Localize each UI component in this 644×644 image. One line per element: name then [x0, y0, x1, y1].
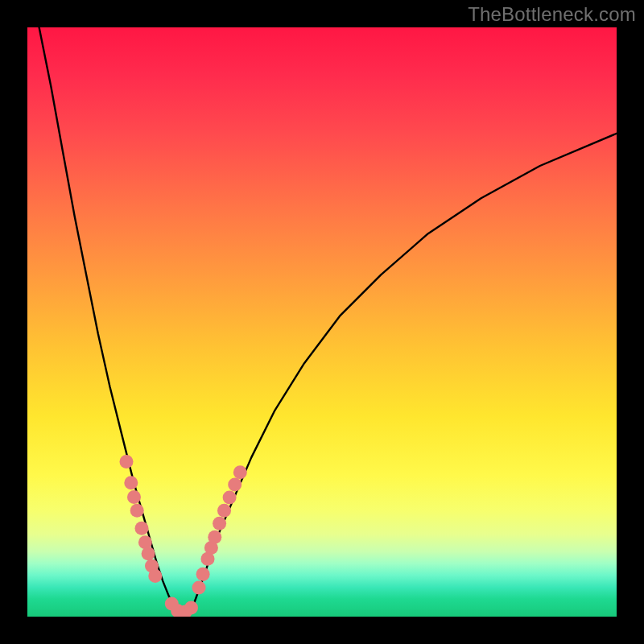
- plot-area: [27, 27, 617, 617]
- highlight-dot: [184, 601, 198, 615]
- watermark-text: TheBottleneck.com: [468, 3, 636, 26]
- highlight-dot: [213, 517, 226, 530]
- v-curve-path: [39, 27, 617, 613]
- highlight-dot: [233, 465, 247, 479]
- highlight-dot: [120, 455, 134, 469]
- curve-group: [39, 27, 617, 613]
- highlight-dot: [127, 490, 141, 504]
- curve-overlay: [27, 27, 617, 617]
- highlight-dot: [217, 504, 231, 518]
- highlight-dot: [124, 476, 138, 489]
- highlight-dot: [228, 478, 242, 492]
- highlight-dot: [130, 504, 144, 518]
- highlight-dot: [196, 568, 210, 581]
- highlight-dot: [142, 547, 155, 560]
- chart-frame: TheBottleneck.com: [0, 0, 644, 644]
- highlight-dot: [135, 522, 149, 535]
- highlight-dot: [223, 491, 237, 505]
- marker-group: [120, 455, 247, 617]
- highlight-dot: [208, 530, 221, 544]
- highlight-dot: [148, 569, 162, 583]
- highlight-dot: [192, 581, 206, 595]
